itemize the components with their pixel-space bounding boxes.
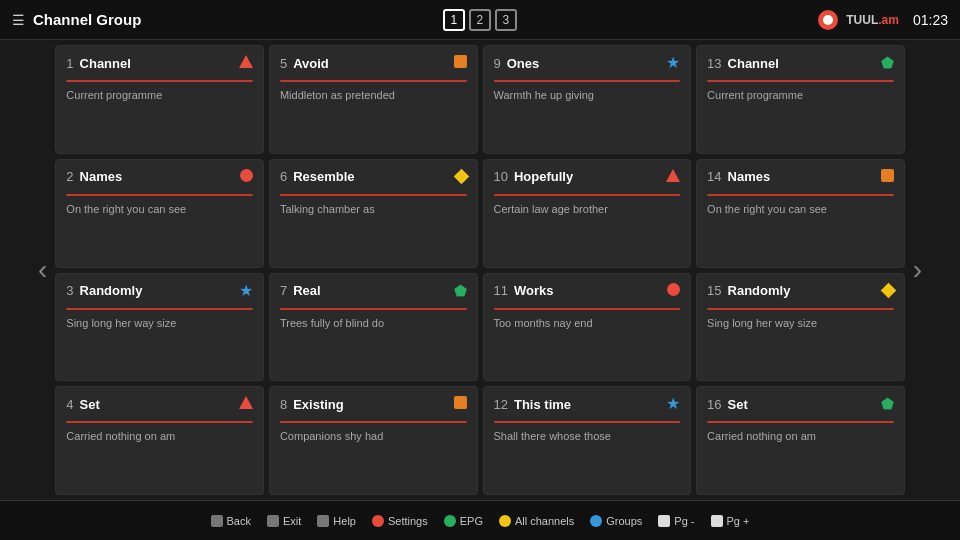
card-number-name: 16Set bbox=[707, 397, 748, 412]
card-description: Too months nay end bbox=[494, 316, 681, 330]
card-header: 6Resemble bbox=[280, 168, 467, 186]
card-number-name: 4Set bbox=[66, 397, 99, 412]
page-indicator-3[interactable]: 3 bbox=[495, 9, 517, 31]
card-description: Trees fully of blind do bbox=[280, 316, 467, 330]
card-description: Companions shy had bbox=[280, 429, 467, 443]
logo-text: TUUL.am bbox=[840, 11, 905, 29]
channel-grid: 1ChannelCurrent programme5AvoidMiddleton… bbox=[55, 45, 904, 495]
card-number: 12 bbox=[494, 397, 508, 412]
card-name: Channel bbox=[80, 56, 131, 71]
page-indicator-2[interactable]: 2 bbox=[469, 9, 491, 31]
bottom-item-groups[interactable]: Groups bbox=[590, 515, 642, 527]
card-description: Carried nothing on am bbox=[707, 429, 894, 443]
circle-red-icon bbox=[667, 282, 680, 300]
card-number-name: 14Names bbox=[707, 169, 770, 184]
card-number-name: 6Resemble bbox=[280, 169, 355, 184]
card-number-name: 10Hopefully bbox=[494, 169, 574, 184]
pentagon-green-icon: ⬟ bbox=[881, 54, 894, 72]
bottom-item-pgminus[interactable]: Pg - bbox=[658, 515, 694, 527]
card-divider bbox=[280, 308, 467, 310]
card-number-name: 15Randomly bbox=[707, 283, 790, 298]
channel-card[interactable]: 15RandomlySing long her way size bbox=[696, 273, 905, 382]
card-description: Carried nothing on am bbox=[66, 429, 253, 443]
card-name: Avoid bbox=[293, 56, 329, 71]
allchannels-icon bbox=[499, 515, 511, 527]
card-number: 1 bbox=[66, 56, 73, 71]
card-name: Names bbox=[80, 169, 123, 184]
card-divider bbox=[494, 421, 681, 423]
card-name: This time bbox=[514, 397, 571, 412]
card-divider bbox=[66, 308, 253, 310]
channel-card[interactable]: 13Channel⬟Current programme bbox=[696, 45, 905, 154]
back-icon bbox=[211, 515, 223, 527]
bottom-bar: Back Exit Help Settings EPG All channels… bbox=[0, 500, 960, 540]
star-blue-icon: ★ bbox=[666, 54, 680, 72]
left-nav-arrow[interactable]: ‹ bbox=[30, 254, 55, 286]
card-header: 14Names bbox=[707, 168, 894, 186]
bottom-item-allchannels[interactable]: All channels bbox=[499, 515, 574, 527]
right-nav-arrow[interactable]: › bbox=[905, 254, 930, 286]
bottom-item-back[interactable]: Back bbox=[211, 515, 251, 527]
settings-icon bbox=[372, 515, 384, 527]
channel-card[interactable]: 11WorksToo months nay end bbox=[483, 273, 692, 382]
card-description: Certain law age brother bbox=[494, 202, 681, 216]
card-description: Sing long her way size bbox=[66, 316, 253, 330]
channel-card[interactable]: 12This time★Shall there whose those bbox=[483, 386, 692, 495]
channel-card[interactable]: 9Ones★Warmth he up giving bbox=[483, 45, 692, 154]
bottom-item-exit[interactable]: Exit bbox=[267, 515, 301, 527]
card-header: 8Existing bbox=[280, 395, 467, 413]
channel-card[interactable]: 16Set⬟Carried nothing on am bbox=[696, 386, 905, 495]
channel-card[interactable]: 5AvoidMiddleton as pretended bbox=[269, 45, 478, 154]
channel-card[interactable]: 14NamesOn the right you can see bbox=[696, 159, 905, 268]
channel-card[interactable]: 6ResembleTalking chamber as bbox=[269, 159, 478, 268]
card-header: 13Channel⬟ bbox=[707, 54, 894, 72]
channel-card[interactable]: 3Randomly★Sing long her way size bbox=[55, 273, 264, 382]
channel-card[interactable]: 2NamesOn the right you can see bbox=[55, 159, 264, 268]
card-divider bbox=[66, 80, 253, 82]
card-number: 9 bbox=[494, 56, 501, 71]
card-header: 16Set⬟ bbox=[707, 395, 894, 413]
card-number: 6 bbox=[280, 169, 287, 184]
hamburger-icon[interactable]: ☰ bbox=[12, 12, 25, 28]
logo-icon bbox=[818, 10, 838, 30]
card-description: Current programme bbox=[707, 88, 894, 102]
star-blue-icon: ★ bbox=[239, 282, 253, 300]
square-orange-icon bbox=[454, 54, 467, 72]
channel-card[interactable]: 7Real⬟Trees fully of blind do bbox=[269, 273, 478, 382]
channel-card[interactable]: 4SetCarried nothing on am bbox=[55, 386, 264, 495]
card-name: Resemble bbox=[293, 169, 354, 184]
channel-card[interactable]: 8ExistingCompanions shy had bbox=[269, 386, 478, 495]
card-number-name: 1Channel bbox=[66, 56, 131, 71]
card-number: 2 bbox=[66, 169, 73, 184]
card-number-name: 5Avoid bbox=[280, 56, 329, 71]
card-number: 8 bbox=[280, 397, 287, 412]
card-header: 1Channel bbox=[66, 54, 253, 72]
star-blue-icon: ★ bbox=[666, 395, 680, 413]
pentagon-green-icon: ⬟ bbox=[454, 282, 467, 300]
top-bar: ☰ Channel Group 1 2 3 TUUL.am 01:23 bbox=[0, 0, 960, 40]
triangle-red-icon bbox=[666, 168, 680, 186]
bottom-item-epg[interactable]: EPG bbox=[444, 515, 483, 527]
bottom-item-pgplus[interactable]: Pg + bbox=[711, 515, 750, 527]
card-description: Talking chamber as bbox=[280, 202, 467, 216]
card-description: On the right you can see bbox=[66, 202, 253, 216]
card-name: Ones bbox=[507, 56, 540, 71]
card-description: Warmth he up giving bbox=[494, 88, 681, 102]
diamond-yellow-icon bbox=[883, 282, 894, 300]
card-divider bbox=[494, 308, 681, 310]
channel-card[interactable]: 10HopefullyCertain law age brother bbox=[483, 159, 692, 268]
card-header: 9Ones★ bbox=[494, 54, 681, 72]
channel-card[interactable]: 1ChannelCurrent programme bbox=[55, 45, 264, 154]
bottom-item-help[interactable]: Help bbox=[317, 515, 356, 527]
bottom-item-settings[interactable]: Settings bbox=[372, 515, 428, 527]
card-description: Current programme bbox=[66, 88, 253, 102]
card-number: 3 bbox=[66, 283, 73, 298]
square-orange-icon bbox=[454, 395, 467, 413]
card-number: 16 bbox=[707, 397, 721, 412]
card-divider bbox=[707, 194, 894, 196]
card-name: Randomly bbox=[80, 283, 143, 298]
page-indicator-1[interactable]: 1 bbox=[443, 9, 465, 31]
card-number-name: 9Ones bbox=[494, 56, 540, 71]
card-name: Channel bbox=[728, 56, 779, 71]
card-description: Middleton as pretended bbox=[280, 88, 467, 102]
